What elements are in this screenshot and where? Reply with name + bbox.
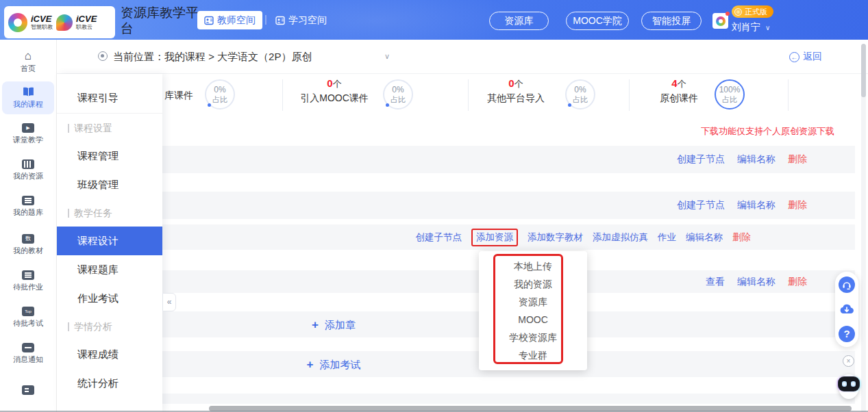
stat-original-ring: 100% 占比 bbox=[715, 79, 745, 110]
plus-icon: + bbox=[312, 318, 319, 331]
stat-original-courseware: 4个 原创课件 bbox=[639, 77, 719, 105]
tree-row-partial bbox=[103, 394, 855, 404]
vertical-scrollbar-thumb[interactable] bbox=[861, 44, 866, 97]
dropdown-item-local-upload[interactable]: 本地上传 bbox=[479, 257, 587, 275]
smart-cast-button[interactable]: 智能投屏 bbox=[641, 12, 702, 30]
video-play-icon bbox=[22, 123, 34, 133]
sidebar-item-my-question-bank[interactable]: 我的题库 bbox=[2, 190, 54, 223]
delete-link[interactable]: 删除 bbox=[732, 231, 751, 244]
mini-logo-icon bbox=[716, 16, 726, 26]
menu-item-class-management[interactable]: 班级管理 bbox=[57, 170, 162, 199]
homework-link[interactable]: 作业 bbox=[658, 231, 676, 244]
menu-divider bbox=[57, 113, 162, 114]
logo1-subtitle: 智慧职教 bbox=[31, 25, 53, 30]
back-label: 返回 bbox=[803, 51, 822, 63]
app-grid-icon[interactable] bbox=[712, 13, 728, 29]
add-exam-button[interactable]: +添加考试 bbox=[162, 358, 505, 372]
question-bank-icon bbox=[22, 196, 34, 205]
sidebar-item-pending-exams[interactable]: 待批考试 bbox=[2, 301, 54, 334]
sidebar-item-partial[interactable] bbox=[2, 374, 54, 407]
stat-separator bbox=[629, 79, 630, 111]
download-icon[interactable] bbox=[839, 301, 855, 318]
back-arrow-icon: ← bbox=[789, 52, 799, 62]
delete-link[interactable]: 删除 bbox=[788, 276, 807, 288]
customer-service-icon[interactable] bbox=[839, 276, 855, 293]
sidebar-item-pending-homework[interactable]: 待批作业 bbox=[2, 265, 54, 298]
app-title: 资源库教学平台 bbox=[121, 5, 200, 36]
download-notice: 下载功能仅支持个人原创资源下载 bbox=[701, 125, 834, 138]
stat-separator bbox=[788, 79, 789, 111]
menu-item-course-design[interactable]: 课程设计 bbox=[57, 227, 162, 255]
id-card-icon bbox=[275, 16, 285, 25]
medal-icon bbox=[734, 8, 742, 16]
menu-item-course-guide[interactable]: 课程引导 bbox=[57, 83, 162, 112]
logo2-subtitle: 职教云 bbox=[76, 25, 97, 30]
add-chapter-button[interactable]: +添加章 bbox=[162, 318, 505, 332]
menu-section-teaching-tasks: 教学任务 bbox=[57, 199, 162, 227]
resource-library-button[interactable]: 资源库 bbox=[489, 12, 549, 30]
stat-other-platform: 0个 其他平台导入 bbox=[476, 77, 556, 105]
panel-collapse-handle[interactable]: « bbox=[162, 293, 176, 311]
dropdown-item-school-library[interactable]: 学校资源库 bbox=[479, 329, 587, 346]
student-space-label: 学习空间 bbox=[288, 14, 327, 27]
create-child-node-link[interactable]: 创建子节点 bbox=[677, 199, 725, 211]
close-icon[interactable]: × bbox=[843, 355, 854, 367]
mooc-academy-button[interactable]: MOOC学院 bbox=[566, 12, 629, 30]
stat-library-courseware-label: 库课件 bbox=[164, 90, 193, 102]
sidebar-item-home[interactable]: ⌂ 首页 bbox=[2, 45, 54, 78]
sidebar-item-notifications[interactable]: 消息通知 bbox=[2, 337, 54, 370]
menu-item-course-grades[interactable]: 课程成绩 bbox=[57, 340, 162, 369]
menu-item-homework-exam[interactable]: 作业考试 bbox=[57, 284, 162, 313]
tree-row: 创建子节点 编辑名称 删除 bbox=[103, 192, 855, 219]
robot-assistant-icon[interactable] bbox=[836, 370, 861, 402]
help-icon[interactable]: ? bbox=[839, 326, 855, 342]
course-menu-panel: 课程引导 课程设置 课程管理 班级管理 教学任务 课程设计 课程题库 作业考试 … bbox=[57, 74, 162, 412]
sidebar-item-classroom-teaching[interactable]: 课堂教学 bbox=[2, 118, 54, 151]
add-virtual-simulation-link[interactable]: 添加虚拟仿真 bbox=[593, 231, 648, 244]
menu-item-statistics[interactable]: 统计分析 bbox=[57, 369, 162, 398]
dropdown-item-my-resources[interactable]: 我的资源 bbox=[479, 275, 587, 293]
create-child-node-link[interactable]: 创建子节点 bbox=[416, 231, 462, 244]
add-resource-dropdown: 本地上传 我的资源 资源库 MOOC 学校资源库 专业群 bbox=[479, 251, 587, 370]
user-menu[interactable]: 刘肖宁 ∨ bbox=[732, 21, 770, 34]
version-badge-label: 正式版 bbox=[745, 7, 767, 17]
left-sidebar: ⌂ 首页 我的课程 课堂教学 我的资源 我的题库 我的教材 待批作业 bbox=[0, 40, 57, 412]
stat-mooc-ring: 0% 占比 bbox=[383, 79, 413, 110]
dropdown-item-mooc[interactable]: MOOC bbox=[479, 311, 587, 329]
logo-card: iCVE 智慧职教 iCVE 职教云 bbox=[4, 6, 115, 38]
tree-row: 创建子节点 添加资源 添加数字教材 添加虚拟仿真 作业 编辑名称 删除 bbox=[103, 224, 855, 250]
homework-list-icon bbox=[22, 270, 34, 280]
dropdown-item-major-group[interactable]: 专业群 bbox=[479, 346, 587, 364]
student-space-button[interactable]: 学习空间 bbox=[275, 11, 327, 29]
edit-name-link[interactable]: 编辑名称 bbox=[737, 153, 776, 166]
delete-link[interactable]: 删除 bbox=[788, 153, 807, 166]
back-button[interactable]: ← 返回 bbox=[789, 51, 822, 63]
menu-item-course-question-bank[interactable]: 课程题库 bbox=[57, 255, 162, 284]
sidebar-item-my-resources[interactable]: 我的资源 bbox=[2, 154, 54, 187]
edit-name-link[interactable]: 编辑名称 bbox=[737, 276, 776, 288]
app-window: iCVE 智慧职教 iCVE 职教云 资源库教学平台 教师空间 | 学习空间 资… bbox=[0, 0, 868, 412]
floating-toolbar: ? bbox=[835, 272, 858, 347]
top-header: iCVE 智慧职教 iCVE 职教云 资源库教学平台 教师空间 | 学习空间 资… bbox=[0, 0, 868, 40]
chevron-down-icon: ∨ bbox=[765, 24, 770, 31]
icve-zhihuizhijiao-logo-icon bbox=[8, 13, 27, 32]
stat-mooc-courseware: 0个 引入MOOC课件 bbox=[295, 77, 374, 105]
delete-link[interactable]: 删除 bbox=[788, 199, 807, 211]
user-name: 刘肖宁 bbox=[732, 21, 760, 34]
dropdown-item-resource-library[interactable]: 资源库 bbox=[479, 293, 587, 311]
view-link[interactable]: 查看 bbox=[706, 276, 725, 288]
location-icon bbox=[98, 51, 108, 61]
sidebar-item-my-textbooks[interactable]: 我的教材 bbox=[2, 229, 54, 261]
add-resource-link[interactable]: 添加资源 bbox=[471, 229, 518, 246]
nav-divider: | bbox=[264, 14, 267, 25]
teacher-space-button[interactable]: 教师空间 bbox=[197, 11, 262, 29]
sidebar-item-my-courses[interactable]: 我的课程 bbox=[2, 81, 54, 114]
menu-item-course-management[interactable]: 课程管理 bbox=[57, 142, 162, 170]
digital-textbook-icon bbox=[22, 234, 34, 244]
add-digital-textbook-link[interactable]: 添加数字教材 bbox=[528, 231, 583, 244]
create-child-node-link[interactable]: 创建子节点 bbox=[677, 153, 725, 166]
edit-name-link[interactable]: 编辑名称 bbox=[686, 231, 723, 244]
edit-name-link[interactable]: 编辑名称 bbox=[737, 199, 776, 211]
teacher-space-label: 教师空间 bbox=[217, 14, 256, 27]
stat-library-ring: 0% 占比 bbox=[205, 79, 235, 110]
